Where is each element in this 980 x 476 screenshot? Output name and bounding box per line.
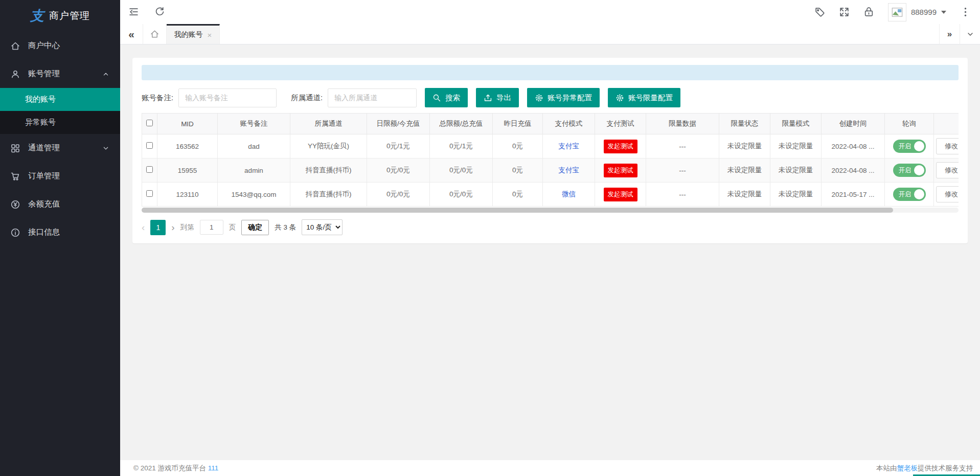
search-button[interactable]: 搜索 xyxy=(425,88,468,107)
cell-created: 2021-05-17 ... xyxy=(822,183,885,207)
row-checkbox[interactable] xyxy=(146,166,153,173)
pay-mode-link[interactable]: 微信 xyxy=(562,190,576,198)
tab-home[interactable] xyxy=(143,24,167,44)
col-header-total-limit: 总限额/总充值 xyxy=(430,114,493,134)
collapse-menu-icon[interactable] xyxy=(128,7,139,17)
pay-test-button[interactable]: 发起测试 xyxy=(604,140,637,153)
sidebar-item-abnormal-accounts[interactable]: 异常账号 xyxy=(0,111,120,134)
cell-limit-mode: 未设定限量 xyxy=(770,158,822,183)
table-row: 15955 admin 抖音直播(抖币) 0元/0元 0元/0元 0元 支付宝 … xyxy=(142,158,959,183)
page-number-button[interactable]: 1 xyxy=(150,220,166,235)
sidebar-subitem-label: 异常账号 xyxy=(25,118,56,127)
sidebar-item-label: 商户中心 xyxy=(28,40,60,51)
channel-filter-input[interactable] xyxy=(328,88,417,107)
chevron-down-icon xyxy=(102,144,110,152)
row-checkbox[interactable] xyxy=(146,142,153,149)
select-all-checkbox[interactable] xyxy=(146,120,153,126)
cell-channel: 抖音直播(抖币) xyxy=(290,158,367,183)
support-link[interactable]: 蟹老板 xyxy=(897,464,918,472)
horizontal-scrollbar-thumb[interactable] xyxy=(142,208,893,213)
logo-glyph-icon: 支 xyxy=(30,7,44,25)
edit-button[interactable]: 修改 xyxy=(936,186,959,202)
user-menu[interactable]: 888999 xyxy=(888,3,946,21)
cell-created: 2022-04-08 ... xyxy=(822,158,885,183)
page-size-select[interactable]: 10 条/页 xyxy=(302,219,343,235)
tabbar-right: » xyxy=(939,24,980,44)
col-header-actions xyxy=(934,114,959,134)
polling-toggle[interactable]: 开启 xyxy=(893,164,926,177)
sidebar-item-api-info[interactable]: 接口信息 xyxy=(0,218,120,246)
table-row: 163562 dad YY陪玩(金贝) 0元/1元 0元/1元 0元 支付宝 发… xyxy=(142,134,959,158)
topbar-left xyxy=(128,7,165,17)
footer-support: 本站由蟹老板提供技术服务支持 xyxy=(876,464,973,473)
sidebar-item-merchant-center[interactable]: 商户中心 xyxy=(0,32,120,60)
tabs-menu-button[interactable] xyxy=(960,24,980,44)
sidebar-item-balance-recharge[interactable]: 余额充值 xyxy=(0,190,120,218)
remark-filter-input[interactable] xyxy=(178,88,277,107)
tab-close-icon[interactable]: × xyxy=(208,31,212,39)
accounts-table-container: MID 账号备注 所属通道 日限额/今充值 总限额/总充值 昨日充值 支付模式 … xyxy=(142,113,959,213)
pay-test-button[interactable]: 发起测试 xyxy=(604,164,637,177)
col-header-limit-status: 限量状态 xyxy=(719,114,770,134)
pay-test-button[interactable]: 发起测试 xyxy=(604,188,637,201)
more-options-icon[interactable] xyxy=(960,7,971,17)
notice-banner xyxy=(142,65,959,80)
support-suffix: 提供技术服务支持 xyxy=(918,464,973,472)
app-logo: 支 商户管理 xyxy=(0,0,120,32)
toggle-knob xyxy=(914,165,924,175)
next-page-button[interactable]: › xyxy=(171,222,174,233)
polling-toggle[interactable]: 开启 xyxy=(893,140,926,153)
search-icon xyxy=(432,94,441,102)
tabs-scroll-right-button[interactable]: » xyxy=(939,24,960,44)
tag-icon[interactable] xyxy=(814,7,825,17)
goto-prefix-label: 到第 xyxy=(180,223,194,232)
export-button[interactable]: 导出 xyxy=(476,88,519,107)
row-checkbox[interactable] xyxy=(146,190,153,197)
col-header-pay-test: 支付测试 xyxy=(595,114,646,134)
avatar[interactable] xyxy=(888,3,906,21)
filter-toolbar: 账号备注: 所属通道: 搜索 导出 账号异常配置 xyxy=(142,88,959,107)
chevron-down-icon xyxy=(966,30,974,38)
app-title: 商户管理 xyxy=(49,9,90,22)
table-row: 123110 1543@qq.com 抖音直播(抖币) 0元/0元 0元/0元 … xyxy=(142,183,959,207)
polling-toggle[interactable]: 开启 xyxy=(893,188,926,201)
copyright-link[interactable]: 111 xyxy=(208,464,219,472)
username[interactable]: 888999 xyxy=(911,8,937,16)
toggle-knob xyxy=(914,141,924,151)
toggle-label: 开启 xyxy=(899,142,911,151)
tabs-scroll-left-button[interactable]: « xyxy=(120,24,143,44)
pay-mode-link[interactable]: 支付宝 xyxy=(558,166,579,174)
sidebar-item-label: 账号管理 xyxy=(28,69,60,79)
cell-limit-mode: 未设定限量 xyxy=(770,183,822,207)
goto-confirm-button[interactable]: 确定 xyxy=(241,220,269,235)
tab-my-accounts[interactable]: 我的账号 × xyxy=(167,24,220,44)
sidebar-item-my-accounts[interactable]: 我的账号 xyxy=(0,88,120,111)
sidebar-item-account-management[interactable]: 账号管理 xyxy=(0,60,120,88)
broken-image-icon xyxy=(892,7,903,18)
sidebar-item-order-management[interactable]: 订单管理 xyxy=(0,162,120,190)
sidebar-submenu-accounts: 我的账号 异常账号 xyxy=(0,88,120,134)
topbar: 888999 xyxy=(120,0,980,24)
sidebar-item-label: 余额充值 xyxy=(28,199,60,210)
lock-icon[interactable] xyxy=(863,7,874,17)
fullscreen-icon[interactable] xyxy=(839,7,850,17)
pagination: ‹ 1 › 到第 页 确定 共 3 条 10 条/页 xyxy=(142,219,959,235)
sidebar-item-channel-management[interactable]: 通道管理 xyxy=(0,134,120,162)
sidebar-item-label: 接口信息 xyxy=(28,227,60,238)
dropdown-caret-icon xyxy=(941,11,946,14)
cell-remark: 1543@qq.com xyxy=(218,183,290,207)
app-root: 支 商户管理 商户中心 账号管理 我的账号 异常账号 通道管理 xyxy=(0,0,980,476)
cell-total-limit: 0元/0元 xyxy=(430,183,493,207)
pay-mode-link[interactable]: 支付宝 xyxy=(558,142,579,150)
edit-button[interactable]: 修改 xyxy=(936,162,959,178)
cell-mid: 123110 xyxy=(157,183,218,207)
cell-yesterday: 0元 xyxy=(493,134,543,158)
refresh-icon[interactable] xyxy=(154,7,165,17)
account-abnormal-config-button[interactable]: 账号异常配置 xyxy=(527,88,600,107)
account-limit-config-button[interactable]: 账号限量配置 xyxy=(608,88,680,107)
edit-button[interactable]: 修改 xyxy=(936,138,959,154)
goto-page-input[interactable] xyxy=(200,220,223,235)
cell-limit-data: --- xyxy=(646,183,719,207)
cell-daily-limit: 0元/0元 xyxy=(367,183,430,207)
prev-page-button[interactable]: ‹ xyxy=(142,222,145,233)
